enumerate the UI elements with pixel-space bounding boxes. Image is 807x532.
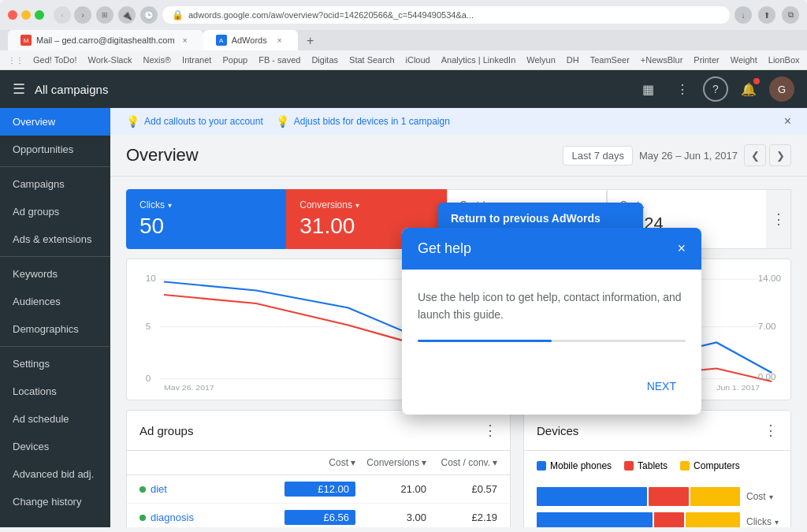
tab-mail-close[interactable]: ×	[180, 35, 191, 46]
sidebar-item-opportunities[interactable]: Opportunities	[0, 136, 110, 163]
bookmark-icloud[interactable]: iCloud	[401, 54, 435, 66]
content-header: Overview Last 7 days May 26 – Jun 1, 201…	[110, 135, 807, 177]
tab-mail[interactable]: M Mail – ged.carro@digitashealth.com ×	[8, 30, 203, 50]
devices-panel-header: Devices ⋮	[524, 411, 790, 451]
tab-mail-label: Mail – ged.carro@digitashealth.com	[36, 35, 175, 45]
sidebar-item-keywords[interactable]: Keywords	[0, 260, 110, 288]
modal-close-button[interactable]: ×	[677, 240, 686, 257]
bookmarks-bar: ⋮⋮ Ged! ToDo! Work-Slack Nexis® Intranet…	[0, 50, 807, 70]
bookmark-teamseer[interactable]: TeamSeer	[586, 54, 634, 66]
date-prev-button[interactable]: ❮	[744, 144, 766, 166]
sidebar-item-ads-extensions[interactable]: Ads & extensions	[0, 225, 110, 253]
ad-groups-menu-icon[interactable]: ⋮	[483, 422, 497, 439]
duplicate-icon[interactable]: ⧉	[782, 6, 799, 24]
maximize-window-btn[interactable]	[35, 10, 44, 20]
tablets-legend-label: Tablets	[638, 460, 668, 471]
sidebar-item-campaigns[interactable]: Campaigns	[0, 170, 110, 198]
ad-group-diagnosis-link[interactable]: diagnosis	[139, 512, 284, 523]
app-container: ☰ All campaigns ▦ ⋮ ? 🔔 G Overview Oppor…	[0, 70, 807, 527]
date-next-button[interactable]: ❯	[769, 144, 791, 166]
sidebar-item-ad-groups[interactable]: Ad groups	[0, 198, 110, 225]
notification-badge	[753, 78, 760, 84]
col-costconv-header[interactable]: Cost / conv. ▾	[426, 457, 497, 468]
ad-group-diet-link[interactable]: diet	[139, 483, 284, 495]
bookmark-nexis[interactable]: Nexis®	[138, 54, 176, 66]
back-button[interactable]: ‹	[54, 6, 71, 24]
sidebar-item-demographics[interactable]: Demographics	[0, 315, 110, 343]
sidebar-divider-2	[0, 256, 110, 257]
sidebar-item-ad-schedule[interactable]: Ad schedule	[0, 405, 110, 433]
modal-body-text: Use the help icon to get help, contact i…	[418, 288, 686, 324]
clicks-bar-label[interactable]: Clicks ▾	[746, 516, 778, 527]
legend-tablets: Tablets	[624, 460, 668, 471]
sidebar-item-settings[interactable]: Settings	[0, 350, 110, 378]
sidebar-item-change-history[interactable]: Change history	[0, 488, 110, 515]
bookmark-popup[interactable]: Popup	[218, 54, 252, 66]
history-icon[interactable]: 🕒	[140, 6, 158, 24]
bookmark-analytics[interactable]: Analytics | LinkedIn	[437, 54, 521, 66]
sidebar-item-devices[interactable]: Devices	[0, 433, 110, 460]
notification-close-btn[interactable]: ×	[784, 114, 791, 128]
ad-groups-table-header: Cost ▾ Conversions ▾ Cost / conv. ▾	[127, 451, 510, 475]
header-title: All campaigns	[35, 83, 108, 96]
sidebar-item-locations[interactable]: Locations	[0, 378, 110, 405]
bookmark-dh[interactable]: DH	[562, 54, 584, 66]
clicks-tablets-bar	[654, 512, 684, 527]
cost-bar-label[interactable]: Cost ▾	[746, 491, 778, 502]
bookmark-fb[interactable]: FB - saved	[254, 54, 305, 66]
charts-button[interactable]: ▦	[634, 75, 662, 103]
bookmark-intranet[interactable]: Intranet	[177, 54, 216, 66]
minimize-window-btn[interactable]	[21, 10, 31, 20]
mail-favicon: M	[20, 35, 32, 46]
sidebar-item-audiences[interactable]: Audiences	[0, 288, 110, 315]
date-range-text: May 26 – Jun 1, 2017	[639, 150, 738, 162]
col-cost-header[interactable]: Cost ▾	[284, 457, 355, 468]
bookmark-slack[interactable]: Work-Slack	[83, 54, 136, 66]
stats-more-icon[interactable]: ⋮	[772, 210, 786, 228]
devices-title: Devices	[537, 424, 578, 437]
sidebar-item-bid-adj[interactable]: Advanced bid adj.	[0, 460, 110, 488]
bookmark-digitas[interactable]: Digitas	[307, 54, 343, 66]
clicks-caret-icon: ▾	[168, 201, 172, 210]
bookmark-stat[interactable]: Stat Search	[344, 54, 399, 66]
bookmark-todo[interactable]: Ged! ToDo!	[28, 54, 81, 66]
bookmark-printer[interactable]: Printer	[689, 54, 723, 66]
bookmark-newsblur[interactable]: +NewsBlur	[636, 54, 688, 66]
forward-button[interactable]: ›	[74, 6, 91, 24]
address-bar[interactable]: 🔒 adwords.google.com/aw/overview?ocid=14…	[162, 6, 730, 24]
lock-icon: 🔒	[172, 9, 184, 20]
get-help-modal: Get help × Use the help icon to get help…	[402, 228, 701, 415]
bookmark-lionbox[interactable]: LionBox	[764, 54, 805, 66]
bookmark-weight[interactable]: Weight	[726, 54, 762, 66]
download-icon[interactable]: ↓	[734, 6, 752, 24]
cost-computers-bar	[690, 487, 741, 506]
tab-adwords[interactable]: A AdWords ×	[203, 30, 298, 50]
sidebar-item-overview[interactable]: Overview	[0, 108, 110, 136]
col-conversions-header[interactable]: Conversions ▾	[355, 457, 426, 468]
more-options-button[interactable]: ⋮	[668, 75, 697, 103]
close-window-btn[interactable]	[8, 10, 17, 20]
devices-menu-icon[interactable]: ⋮	[764, 422, 778, 439]
stat-card-clicks[interactable]: Clicks ▾ 50	[126, 189, 286, 249]
extensions-icon[interactable]: 🔌	[118, 6, 136, 24]
computers-legend-dot	[680, 461, 690, 471]
header-right: ▦ ⋮ ? 🔔 G	[634, 75, 794, 103]
avatar[interactable]: G	[769, 76, 794, 102]
tab-adwords-label: AdWords	[232, 35, 267, 45]
ad-group-diagnosis-costconv: £2.19	[426, 512, 497, 523]
adwords-header: ☰ All campaigns ▦ ⋮ ? 🔔 G	[0, 70, 807, 108]
tab-adwords-close[interactable]: ×	[274, 35, 285, 46]
notification-callouts[interactable]: 💡 Add callouts to your account	[126, 115, 263, 128]
share-icon[interactable]: ⬆	[758, 6, 775, 24]
devices-legend: Mobile phones Tablets Computers	[524, 451, 790, 481]
devices-chart: Cost ▾ Clicks	[524, 481, 790, 527]
bookmark-welyun[interactable]: Welyun	[522, 54, 560, 66]
notification-bids[interactable]: 💡 Adjust bids for devices in 1 campaign	[276, 115, 450, 128]
notifications-button[interactable]: 🔔	[734, 75, 763, 103]
new-tab-button[interactable]: +	[301, 32, 320, 50]
modal-next-button[interactable]: NEXT	[638, 374, 686, 399]
cost-bar-container	[537, 487, 740, 506]
sidebar-toggle-icon[interactable]: ☰	[13, 80, 25, 98]
help-button[interactable]: ?	[703, 76, 728, 102]
date-preset-button[interactable]: Last 7 days	[563, 146, 633, 166]
